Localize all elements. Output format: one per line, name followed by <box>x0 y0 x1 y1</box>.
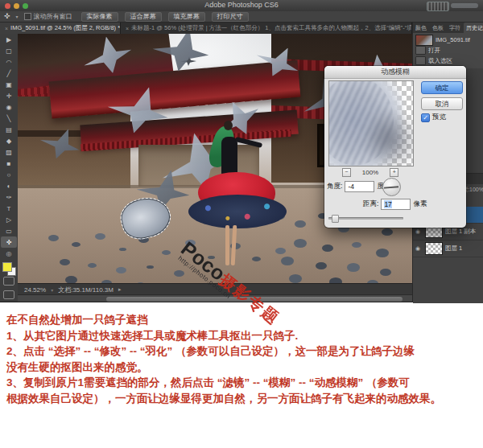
checkbox-check-icon[interactable]: ✓ <box>421 113 430 122</box>
color-swatches[interactable] <box>2 262 15 275</box>
chevron-down-icon[interactable]: ▾ <box>16 14 19 19</box>
watermark-logo-shape <box>427 2 449 11</box>
tool-button[interactable]: ✜ <box>1 236 17 248</box>
blur-preview[interactable] <box>328 80 414 166</box>
window-title: Adobe Photoshop CS6 <box>0 1 483 9</box>
history-panel-tabs: 颜色 色板 字符 历史记录 <box>413 23 483 33</box>
options-button[interactable]: 实际像素 <box>81 12 118 22</box>
layer-name: 图层 1 <box>445 245 462 253</box>
status-arrow-icon[interactable]: ▸ <box>118 286 122 293</box>
document-tab-bar: × IMG_5091.tif @ 24.5% (图层 2, RGB/8) * ×… <box>0 23 412 34</box>
options-button[interactable]: 打印尺寸 <box>212 12 249 22</box>
slider-track[interactable] <box>328 217 403 220</box>
visibility-eye-icon[interactable]: ◉ <box>415 245 423 252</box>
tool-button[interactable]: ○ <box>1 169 17 180</box>
tool-icon: ◐ <box>7 183 11 190</box>
tool-icon: ✜ <box>6 239 12 246</box>
options-bar: ✜ ▾ 滚动所有窗口 实际像素适合屏幕填充屏幕打印尺寸 <box>0 11 483 23</box>
woman-torso <box>221 137 237 175</box>
tool-button[interactable]: ◎ <box>1 248 17 259</box>
tool-button[interactable]: ◠ <box>1 56 17 68</box>
tool-icon: ▤ <box>6 126 12 134</box>
preview-checkbox[interactable]: ✓ 预览 <box>421 113 446 122</box>
tool-button[interactable]: ▤ <box>1 124 17 135</box>
tool-button[interactable]: ╱ <box>1 68 17 79</box>
floral-skirt-hem <box>188 195 287 228</box>
document-tab-inactive[interactable]: × 未标题-1 @ 56% (处理背景 | 方法一（红色部分） 1、点击套索工具… <box>121 23 412 34</box>
tool-button[interactable]: ◆ <box>1 135 17 146</box>
distance-slider[interactable] <box>328 215 403 221</box>
tool-button[interactable]: ▨ <box>1 146 17 158</box>
distance-input[interactable]: 17 <box>381 199 411 210</box>
options-button[interactable]: 适合屏幕 <box>125 12 162 22</box>
tool-icon: ✛ <box>6 92 12 100</box>
watermark-capsule-shape <box>451 3 478 8</box>
angle-dial[interactable] <box>382 178 401 196</box>
tool-icon: ▣ <box>6 81 12 88</box>
tool-icon: ▷ <box>6 216 11 224</box>
dialog-title[interactable]: 动感模糊 <box>324 66 466 79</box>
tool-icon: ▢ <box>6 47 12 55</box>
quick-mask-icon[interactable] <box>3 277 14 286</box>
titlebar-watermark <box>427 2 480 10</box>
checkbox-box[interactable] <box>24 13 31 20</box>
tab-history[interactable]: 历史记录 <box>464 23 483 33</box>
tutorial-text: 在不自然处增加一只鸽子遮挡1、从其它图片通过快速选择工具或魔术棒工具抠出一只鸽子… <box>6 312 480 406</box>
close-tab-icon[interactable]: × <box>126 26 129 31</box>
distance-label: 距离: <box>363 199 378 209</box>
tool-icon: ▨ <box>6 149 12 156</box>
history-panel: IMG_5091.tif 打开 载入选区 <box>413 33 483 68</box>
checkbox-label: 滚动所有窗口 <box>34 12 72 21</box>
tool-button[interactable]: ▭ <box>1 225 17 236</box>
motion-blur-dialog: 动感模糊 − 100% + 确定 取消 ✓ 预览 角度: -4 度 <box>324 66 466 228</box>
tool-button[interactable]: ╲ <box>1 113 17 124</box>
visibility-eye-icon[interactable]: ◉ <box>415 228 423 235</box>
angle-input[interactable]: -4 <box>345 181 374 192</box>
tool-button[interactable]: ◉ <box>1 101 17 113</box>
preview-label: 预览 <box>432 113 446 122</box>
tool-button[interactable]: ▣ <box>1 79 17 90</box>
tool-icon: ╱ <box>7 70 11 77</box>
tab-color[interactable]: 颜色 <box>413 23 429 33</box>
history-step-row[interactable]: 载入选区 <box>413 55 483 66</box>
photoshop-window: Adobe Photoshop CS6 ✜ ▾ 滚动所有窗口 实际像素适合屏幕填… <box>0 0 483 302</box>
snapshot-thumbnail <box>415 35 433 46</box>
tool-icon: ■ <box>7 160 11 167</box>
tutorial-line: 根据效果自己设定），一方面让边缘显得更加自然，另一方面让鸽子有飞起来的动感效果。 <box>6 391 480 407</box>
zoom-in-button[interactable]: + <box>390 168 398 177</box>
tool-button[interactable]: ▢ <box>1 45 17 56</box>
options-button[interactable]: 填充屏幕 <box>168 12 205 22</box>
scroll-all-windows-checkbox[interactable]: 滚动所有窗口 <box>24 12 72 21</box>
slider-handle[interactable] <box>332 215 339 223</box>
ok-button[interactable]: 确定 <box>421 81 463 94</box>
tab-character[interactable]: 字符 <box>447 23 463 33</box>
cancel-button[interactable]: 取消 <box>421 97 463 110</box>
screen-mode-icon[interactable] <box>3 290 14 299</box>
tool-button[interactable]: T <box>1 203 17 214</box>
tab-swatches[interactable]: 色板 <box>430 23 446 33</box>
tool-button[interactable]: ✑ <box>1 191 17 203</box>
tool-button[interactable]: ■ <box>1 158 17 169</box>
zoom-percent[interactable]: 24.52% <box>24 286 46 294</box>
distance-unit: 像素 <box>413 199 427 209</box>
tool-icon: ▶ <box>6 36 11 43</box>
hand-tool-icon: ✜ <box>4 13 10 20</box>
history-snapshot-row[interactable]: IMG_5091.tif <box>413 35 483 45</box>
history-step-row[interactable]: 打开 <box>413 45 483 55</box>
tool-button[interactable]: ▶ <box>1 34 17 45</box>
foreground-color-swatch[interactable] <box>2 262 12 272</box>
tool-button[interactable]: ✛ <box>1 90 17 101</box>
tutorial-line: 在不自然处增加一只鸽子遮挡 <box>6 312 480 328</box>
tool-icon: ◆ <box>6 138 11 145</box>
angle-row: 角度: -4 度 <box>327 181 384 192</box>
zoom-out-button[interactable]: − <box>342 168 351 177</box>
tool-button[interactable]: ◐ <box>1 180 17 191</box>
woman-legs <box>225 225 236 265</box>
document-tab-active[interactable]: × IMG_5091.tif @ 24.5% (图层 2, RGB/8) * <box>0 23 121 34</box>
title-bar: Adobe Photoshop CS6 <box>0 0 483 12</box>
snapshot-name: IMG_5091.tif <box>436 36 470 43</box>
history-step-icon <box>415 46 426 55</box>
close-tab-icon[interactable]: × <box>5 26 8 31</box>
layer-row[interactable]: ◉ 图层 1 <box>413 240 483 257</box>
tool-button[interactable]: ▷ <box>1 214 17 225</box>
